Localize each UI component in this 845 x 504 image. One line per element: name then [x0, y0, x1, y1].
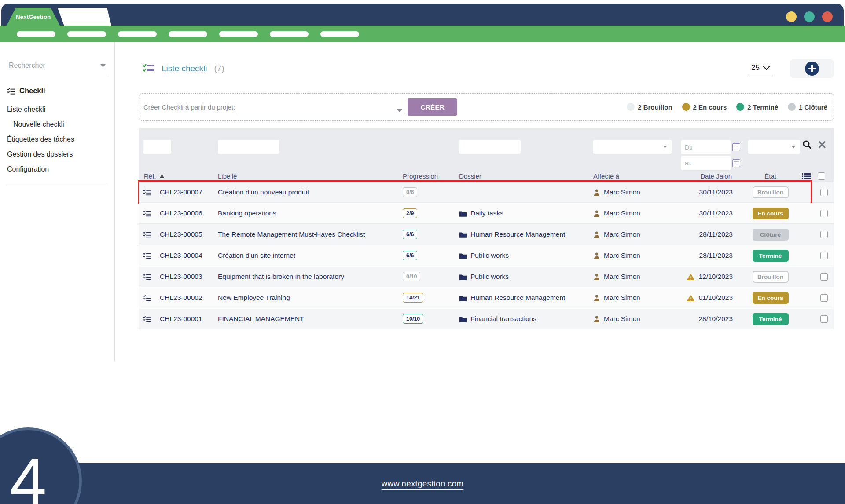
status-dot: [736, 103, 744, 111]
filter-etat-select[interactable]: [748, 140, 800, 154]
filter-date-from-input[interactable]: [681, 140, 731, 154]
column-header-date[interactable]: Date Jalon: [681, 172, 741, 180]
row-checkbox[interactable]: [820, 294, 828, 302]
person-icon: [593, 252, 600, 259]
chevron-down-icon: [100, 64, 106, 67]
main-nav-bar: [0, 26, 845, 42]
sidebar-item-label: Étiquettes des tâches: [7, 135, 74, 143]
row-libelle: Banking operations: [218, 209, 276, 217]
warning-icon: [687, 273, 695, 281]
row-checkbox[interactable]: [820, 210, 828, 217]
checklist-title-icon: [142, 63, 154, 74]
row-date: 28/10/2023: [698, 315, 733, 323]
sort-asc-icon: [160, 175, 164, 178]
row-ref: CHL23-00007: [160, 188, 202, 196]
sidebar: Rechercher Checkli Liste checkli Nouvell…: [0, 42, 115, 362]
row-date: 28/11/2023: [699, 230, 733, 238]
create-panel: Créer Checkli à partir du projet: CRÉER …: [139, 93, 834, 121]
project-select[interactable]: [239, 99, 402, 115]
nav-pill: [320, 31, 359, 37]
close-icon[interactable]: [818, 141, 826, 149]
row-dossier: Public works: [470, 252, 509, 259]
filter-dossier-input[interactable]: [459, 140, 521, 154]
folder-icon: [459, 295, 467, 301]
row-checkbox[interactable]: [820, 231, 828, 238]
table-row[interactable]: CHL23-00004 Création d'un site internet …: [139, 245, 834, 266]
legend-label: 2 Brouillon: [638, 103, 672, 111]
column-header-ref[interactable]: Réf.: [143, 172, 218, 180]
search-icon[interactable]: [802, 140, 812, 150]
calendar-icon[interactable]: [732, 159, 740, 167]
legend-item: 2 Brouillon: [627, 103, 672, 111]
window-dot-icon[interactable]: [786, 11, 797, 22]
filter-libelle-input[interactable]: [218, 140, 279, 154]
page-size-select[interactable]: 25: [749, 62, 772, 76]
row-date: 30/11/2023: [699, 188, 733, 196]
sidebar-search[interactable]: Rechercher: [7, 55, 107, 75]
content-area: Rechercher Checkli Liste checkli Nouvell…: [0, 42, 845, 362]
table-body: CHL23-00007 Création d'un nouveau produi…: [139, 182, 834, 329]
row-checkbox[interactable]: [820, 189, 828, 196]
table-row[interactable]: CHL23-00002 New Employee Training 14/21 …: [139, 288, 834, 308]
sidebar-item[interactable]: Gestion des dossiers: [7, 147, 107, 162]
status-badge: En cours: [753, 208, 789, 219]
table-row[interactable]: CHL23-00003 Equipment that is broken in …: [139, 267, 834, 287]
chevron-down-icon: [763, 63, 770, 70]
progression-badge: 6/6: [403, 230, 417, 239]
sidebar-item[interactable]: Nouvelle checkli: [7, 117, 107, 132]
calendar-icon[interactable]: [732, 143, 740, 151]
column-header-libelle[interactable]: Libellé: [218, 172, 403, 180]
app-window: NextGestion Rechercher: [0, 0, 845, 504]
window-dot-icon[interactable]: [822, 11, 833, 22]
row-affecte: Marc Simon: [604, 273, 640, 281]
row-dossier: Public works: [470, 273, 509, 281]
chevron-down-icon: [397, 109, 402, 112]
folder-icon: [459, 316, 467, 322]
status-badge: Terminé: [753, 313, 789, 325]
row-checkbox[interactable]: [820, 252, 828, 259]
sidebar-item[interactable]: Étiquettes des tâches: [7, 132, 107, 147]
nav-pill: [67, 31, 106, 37]
footer-link[interactable]: www.nextgestion.com: [382, 479, 464, 489]
person-icon: [593, 273, 600, 281]
main-panel: Liste checkli (7) 25 Créer Checkli à par…: [115, 42, 845, 362]
create-button[interactable]: CRÉER: [408, 98, 457, 116]
folder-icon: [459, 252, 467, 259]
filter-affecte-select[interactable]: [593, 140, 672, 154]
checklist-icon: [143, 252, 160, 259]
table-row[interactable]: CHL23-00005 The Remote Management Must-H…: [139, 224, 834, 245]
legend-item: 2 En cours: [682, 103, 727, 111]
column-header-etat[interactable]: État: [741, 172, 800, 180]
row-checkbox[interactable]: [820, 273, 828, 281]
table-header-row: Réf. Libellé Progression Dossier Affecté…: [139, 170, 834, 182]
column-header-progression[interactable]: Progression: [403, 172, 459, 180]
table-row[interactable]: CHL23-00007 Création d'un nouveau produi…: [139, 182, 834, 202]
row-dossier: Human Resource Management: [470, 230, 565, 238]
add-checkli-button[interactable]: [790, 59, 834, 78]
status-dot: [788, 103, 796, 111]
row-libelle: Equipment that is broken in the laborato…: [218, 273, 344, 281]
status-badge: Clôturé: [753, 229, 789, 241]
sidebar-item[interactable]: Configuration: [7, 162, 107, 177]
checklist-icon: [143, 273, 160, 280]
filter-ref-input[interactable]: [143, 140, 171, 154]
checklist-icon: [143, 210, 160, 217]
table-row[interactable]: CHL23-00006 Banking operations 2/9 Daily…: [139, 203, 834, 223]
sidebar-item[interactable]: Liste checkli: [7, 102, 107, 117]
filter-date-to-input[interactable]: [681, 156, 731, 170]
toolbar-right: 25: [749, 59, 834, 78]
nav-pill: [219, 31, 258, 37]
folder-icon: [459, 210, 467, 217]
list-icon[interactable]: [802, 173, 811, 180]
legend-label: 2 En cours: [693, 103, 727, 111]
window-dot-icon[interactable]: [804, 11, 815, 22]
row-checkbox[interactable]: [820, 315, 828, 323]
column-header-dossier[interactable]: Dossier: [459, 172, 593, 180]
table-row[interactable]: CHL23-00001 FINANCIAL MANAGEMENT 10/10 F…: [139, 309, 834, 329]
column-header-affecte[interactable]: Affecté à: [593, 172, 681, 180]
select-all-checkbox[interactable]: [818, 172, 825, 180]
sidebar-section-checkli[interactable]: Checkli: [7, 87, 107, 95]
legend-item: 1 Clôturé: [788, 103, 827, 111]
legend-label: 1 Clôturé: [799, 103, 827, 111]
progression-badge: 0/6: [403, 187, 417, 197]
